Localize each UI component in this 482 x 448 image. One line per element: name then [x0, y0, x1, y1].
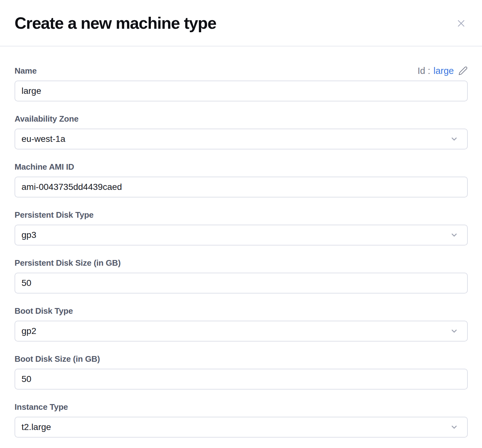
persistent-disk-size-label: Persistent Disk Size (in GB)	[15, 258, 120, 268]
boot-disk-type-label: Boot Disk Type	[15, 306, 73, 316]
field-instance-type: Instance Type t2.large	[15, 402, 468, 438]
machine-ami-id-input[interactable]	[15, 177, 468, 197]
persistent-disk-type-select[interactable]: gp3	[15, 225, 468, 245]
chevron-down-icon	[450, 231, 458, 239]
modal-title: Create a new machine type	[15, 14, 216, 32]
field-availability-zone: Availability Zone eu-west-1a	[15, 114, 468, 149]
instance-type-label: Instance Type	[15, 402, 68, 412]
close-icon	[455, 25, 467, 30]
field-machine-ami-id: Machine AMI ID	[15, 162, 468, 197]
availability-zone-label: Availability Zone	[15, 114, 78, 124]
field-boot-disk-type: Boot Disk Type gp2	[15, 306, 468, 342]
field-boot-disk-size: Boot Disk Size (in GB)	[15, 354, 468, 390]
id-display: Id : large	[417, 66, 468, 76]
persistent-disk-size-input[interactable]	[15, 273, 468, 294]
persistent-disk-type-label: Persistent Disk Type	[15, 210, 94, 220]
field-persistent-disk-size: Persistent Disk Size (in GB)	[15, 258, 468, 294]
modal-body: Name Id : large Availa	[0, 46, 482, 438]
boot-disk-type-select[interactable]: gp2	[15, 321, 468, 342]
boot-disk-type-value: gp2	[22, 326, 36, 336]
boot-disk-size-input[interactable]	[15, 369, 468, 390]
field-name: Name Id : large	[15, 66, 468, 101]
persistent-disk-type-value: gp3	[22, 230, 36, 240]
chevron-down-icon	[450, 423, 458, 431]
create-machine-type-modal: Create a new machine type Name Id : larg…	[0, 0, 482, 448]
modal-header: Create a new machine type	[0, 0, 482, 46]
id-value: large	[434, 66, 454, 76]
chevron-down-icon	[450, 327, 458, 335]
machine-ami-id-label: Machine AMI ID	[15, 162, 74, 172]
instance-type-select[interactable]: t2.large	[15, 417, 468, 438]
boot-disk-size-label: Boot Disk Size (in GB)	[15, 354, 100, 364]
name-label: Name	[15, 66, 37, 76]
chevron-down-icon	[450, 135, 458, 143]
id-prefix: Id :	[417, 66, 430, 76]
name-input[interactable]	[15, 81, 468, 101]
close-button[interactable]	[455, 18, 467, 29]
pencil-icon	[458, 72, 468, 76]
availability-zone-value: eu-west-1a	[22, 134, 65, 144]
field-persistent-disk-type: Persistent Disk Type gp3	[15, 210, 468, 245]
edit-id-button[interactable]	[458, 66, 468, 76]
availability-zone-select[interactable]: eu-west-1a	[15, 129, 468, 149]
instance-type-value: t2.large	[22, 422, 51, 432]
